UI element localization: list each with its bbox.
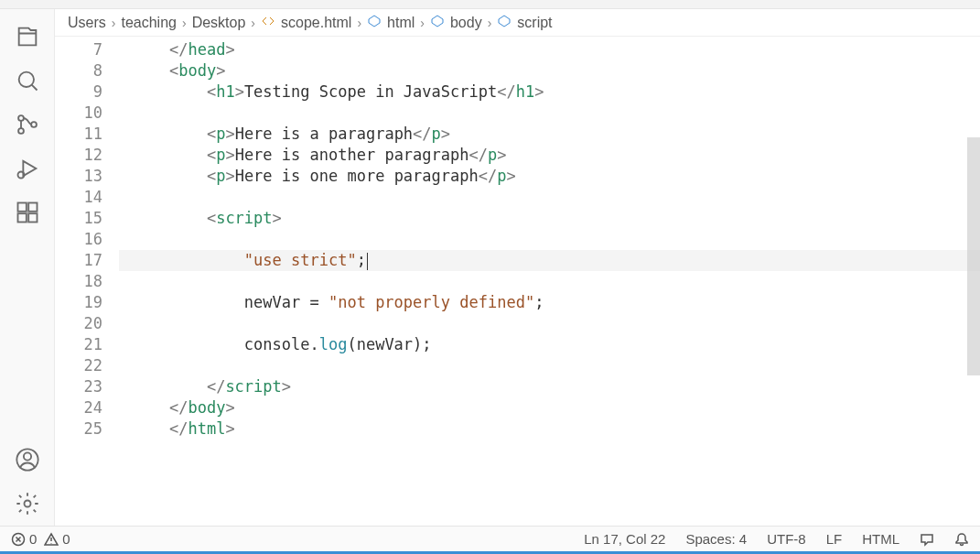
code-line[interactable]: <h1>Testing Scope in JavaScript</h1> xyxy=(119,81,980,103)
scrollbar-thumb[interactable] xyxy=(967,137,980,375)
crumb-label: Users xyxy=(68,15,106,31)
line-number[interactable]: 17 xyxy=(55,250,119,271)
line-number[interactable]: 24 xyxy=(55,397,119,418)
line-number[interactable]: 14 xyxy=(55,187,119,208)
crumb-desktop[interactable]: Desktop xyxy=(192,15,246,31)
crumb-users[interactable]: Users xyxy=(68,15,106,31)
crumb-script[interactable]: script xyxy=(497,14,552,32)
code-line[interactable] xyxy=(119,103,980,124)
line-number[interactable]: 8 xyxy=(55,60,119,81)
activity-bar xyxy=(0,9,55,526)
chevron-right-icon: › xyxy=(488,16,492,30)
code-line[interactable]: <body> xyxy=(119,60,980,81)
status-notifications-icon[interactable] xyxy=(954,532,969,547)
status-cursor-position[interactable]: Ln 17, Col 22 xyxy=(584,531,665,547)
line-number[interactable]: 12 xyxy=(55,145,119,166)
code-line[interactable]: <p>Here is another paragraph</p> xyxy=(119,145,980,166)
source-control-icon[interactable] xyxy=(5,103,49,147)
search-icon[interactable] xyxy=(5,59,49,103)
chevron-right-icon: › xyxy=(357,16,361,30)
crumb-label: script xyxy=(517,15,552,31)
line-number[interactable]: 20 xyxy=(55,313,119,334)
line-number-gutter[interactable]: 78910111213141516171819202122232425 xyxy=(55,37,119,526)
line-number[interactable]: 22 xyxy=(55,355,119,376)
run-debug-icon[interactable] xyxy=(5,147,49,190)
line-number[interactable]: 16 xyxy=(55,229,119,250)
line-number[interactable]: 21 xyxy=(55,334,119,355)
explorer-icon[interactable] xyxy=(5,15,49,59)
crumb-file[interactable]: scope.html xyxy=(261,14,351,32)
symbol-icon xyxy=(430,14,445,32)
line-number[interactable]: 25 xyxy=(55,418,119,440)
code-line[interactable] xyxy=(119,229,980,250)
code-line[interactable] xyxy=(119,355,980,376)
svg-line-1 xyxy=(31,85,37,91)
line-number[interactable]: 9 xyxy=(55,81,119,103)
code-line[interactable]: <script> xyxy=(119,208,980,229)
crumb-teaching[interactable]: teaching xyxy=(121,15,177,31)
crumb-label: Desktop xyxy=(192,15,246,31)
chevron-right-icon: › xyxy=(182,16,187,30)
settings-gear-icon[interactable] xyxy=(5,482,49,526)
editor-area: Users › teaching › Desktop › scope.html … xyxy=(55,9,980,526)
warning-count: 0 xyxy=(62,531,70,547)
svg-marker-5 xyxy=(23,161,36,176)
svg-rect-7 xyxy=(17,203,26,212)
code-line[interactable]: console.log(newVar); xyxy=(119,334,980,355)
svg-rect-9 xyxy=(17,213,26,222)
code-line[interactable]: </body> xyxy=(119,397,980,418)
line-number[interactable]: 19 xyxy=(55,292,119,313)
svg-point-2 xyxy=(18,115,24,121)
code-line[interactable]: "use strict"; xyxy=(119,250,980,271)
accounts-icon[interactable] xyxy=(5,438,49,482)
status-warnings[interactable]: 0 xyxy=(44,531,70,547)
status-bar: 0 0 Ln 17, Col 22 Spaces: 4 UTF-8 LF HTM… xyxy=(0,526,980,551)
status-errors[interactable]: 0 xyxy=(11,531,37,547)
line-number[interactable]: 11 xyxy=(55,124,119,145)
crumb-label: body xyxy=(450,15,482,31)
code-line[interactable] xyxy=(119,271,980,292)
error-icon xyxy=(11,532,26,547)
svg-marker-14 xyxy=(369,16,380,27)
code-line[interactable]: </html> xyxy=(119,418,980,440)
code-line[interactable] xyxy=(119,313,980,334)
line-number[interactable]: 23 xyxy=(55,376,119,397)
chevron-right-icon: › xyxy=(112,16,116,30)
code-editor[interactable]: 78910111213141516171819202122232425 </he… xyxy=(55,37,980,526)
code-line[interactable]: newVar = "not properly defined"; xyxy=(119,292,980,313)
breadcrumb[interactable]: Users › teaching › Desktop › scope.html … xyxy=(55,9,980,37)
app-window: Users › teaching › Desktop › scope.html … xyxy=(0,0,980,554)
tab-strip xyxy=(0,0,980,9)
status-language[interactable]: HTML xyxy=(862,531,899,547)
code-line[interactable]: </script> xyxy=(119,376,980,397)
code-line[interactable]: <p>Here is one more paragraph</p> xyxy=(119,166,980,187)
svg-point-12 xyxy=(23,452,30,460)
svg-point-0 xyxy=(18,72,33,87)
crumb-label: html xyxy=(387,15,415,31)
line-number[interactable]: 10 xyxy=(55,103,119,124)
code-content[interactable]: </head> <body> <h1>Testing Scope in Java… xyxy=(119,37,980,526)
extensions-icon[interactable] xyxy=(5,190,49,234)
scrollbar[interactable] xyxy=(967,73,980,526)
status-eol[interactable]: LF xyxy=(826,531,843,547)
svg-marker-15 xyxy=(432,16,443,27)
code-line[interactable]: </head> xyxy=(119,39,980,60)
line-number[interactable]: 15 xyxy=(55,208,119,229)
status-feedback-icon[interactable] xyxy=(920,532,934,547)
crumb-body[interactable]: body xyxy=(430,14,482,32)
status-indentation[interactable]: Spaces: 4 xyxy=(685,531,747,547)
svg-point-3 xyxy=(18,128,24,134)
svg-rect-10 xyxy=(28,213,37,222)
error-count: 0 xyxy=(29,531,37,547)
code-line[interactable]: <p>Here is a paragraph</p> xyxy=(119,124,980,145)
symbol-icon xyxy=(367,14,382,32)
crumb-html[interactable]: html xyxy=(367,14,415,32)
line-number[interactable]: 18 xyxy=(55,271,119,292)
line-number[interactable]: 7 xyxy=(55,39,119,60)
status-encoding[interactable]: UTF-8 xyxy=(767,531,806,547)
code-line[interactable] xyxy=(119,187,980,208)
crumb-label: teaching xyxy=(121,15,177,31)
symbol-icon xyxy=(497,14,512,32)
svg-rect-8 xyxy=(28,203,37,212)
line-number[interactable]: 13 xyxy=(55,166,119,187)
